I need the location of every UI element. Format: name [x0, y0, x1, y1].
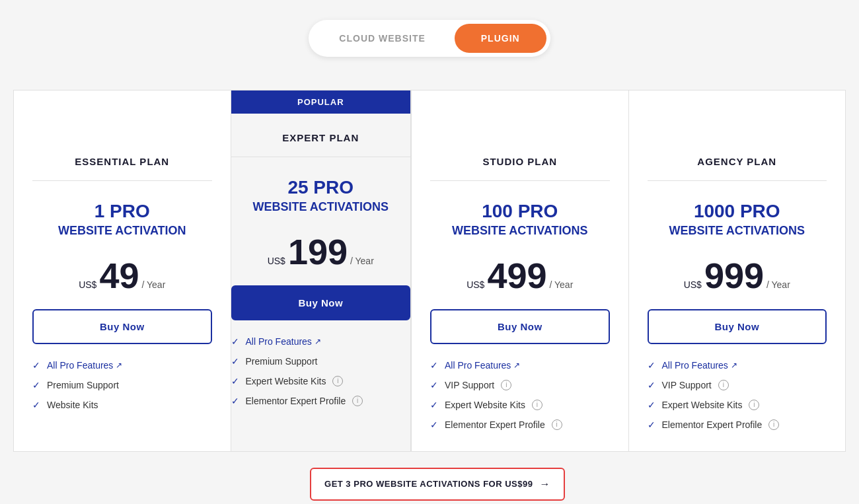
plan-name: EXPERT PLAN [231, 114, 411, 157]
currency: US$ [79, 279, 96, 290]
feature-text: VIP Support [445, 380, 494, 390]
activation-number: 100 PRO [430, 199, 610, 223]
feature-text: Elementor Expert Profile [246, 396, 346, 406]
feature-text: Elementor Expert Profile [445, 419, 545, 430]
external-link-icon: ↗ [116, 361, 122, 370]
activation-label: WEBSITE ACTIVATIONS [231, 199, 411, 215]
currency: US$ [684, 279, 702, 290]
feature-item: ✓ Premium Support [32, 380, 212, 390]
check-icon: ✓ [32, 380, 40, 390]
buy-now-button[interactable]: Buy Now [430, 309, 610, 344]
feature-item: ✓ All Pro Features ↗ [231, 336, 411, 347]
plan-type-toggle[interactable]: CLOUD WEBSITE PLUGIN [309, 20, 550, 57]
check-icon: ✓ [32, 400, 40, 410]
plan-name: AGENCY PLAN [648, 137, 827, 181]
promo-banner[interactable]: GET 3 PRO WEBSITE ACTIVATIONS FOR US$99 … [310, 468, 565, 501]
feature-item: ✓ Elementor Expert Profile i [648, 419, 827, 430]
plan-card-agency: AGENCY PLAN 1000 PRO WEBSITE ACTIVATIONS… [628, 90, 846, 452]
feature-text: Expert Website Kits [662, 400, 743, 410]
pro-features-link[interactable]: All Pro Features ↗ [246, 336, 321, 347]
feature-item: ✓ Expert Website Kits i [231, 376, 411, 386]
cloud-website-toggle-btn[interactable]: CLOUD WEBSITE [313, 24, 451, 53]
currency: US$ [467, 279, 484, 290]
info-icon[interactable]: i [532, 400, 542, 410]
feature-item: ✓ Premium Support [231, 356, 411, 367]
feature-item: ✓ All Pro Features ↗ [648, 360, 827, 371]
feature-item: ✓ Expert Website Kits i [648, 400, 827, 410]
feature-text: Premium Support [246, 356, 318, 367]
plan-card-essential: ESSENTIAL PLAN 1 PRO WEBSITE ACTIVATION … [13, 90, 231, 452]
plan-card-expert: POPULAR EXPERT PLAN 25 PRO WEBSITE ACTIV… [231, 90, 412, 452]
feature-text: Elementor Expert Profile [662, 419, 763, 430]
plan-activation: 1000 PRO WEBSITE ACTIVATIONS [648, 199, 827, 239]
external-link-icon: ↗ [315, 337, 321, 346]
feature-text: All Pro Features [662, 360, 728, 371]
feature-item: ✓ All Pro Features ↗ [32, 360, 212, 371]
check-icon: ✓ [648, 380, 655, 390]
pro-features-link[interactable]: All Pro Features ↗ [47, 360, 122, 371]
plan-name: STUDIO PLAN [430, 137, 610, 181]
plan-activation: 100 PRO WEBSITE ACTIVATIONS [430, 199, 610, 239]
buy-now-button[interactable]: Buy Now [32, 309, 212, 344]
feature-text: Website Kits [47, 400, 98, 410]
currency: US$ [268, 256, 285, 266]
check-icon: ✓ [32, 360, 40, 371]
plan-activation: 25 PRO WEBSITE ACTIVATIONS [231, 176, 411, 215]
external-link-icon: ↗ [731, 361, 737, 370]
price-row: US$ 999 / Year [648, 258, 827, 293]
feature-text: VIP Support [662, 380, 712, 390]
buy-now-button[interactable]: Buy Now [648, 309, 827, 344]
pricing-cards-container: ESSENTIAL PLAN 1 PRO WEBSITE ACTIVATION … [13, 90, 846, 452]
info-icon[interactable]: i [501, 380, 511, 390]
info-icon[interactable]: i [552, 419, 562, 430]
check-icon: ✓ [648, 419, 655, 430]
check-icon: ✓ [648, 360, 655, 371]
activation-label: WEBSITE ACTIVATIONS [430, 223, 610, 238]
plan-name: ESSENTIAL PLAN [32, 137, 212, 181]
info-icon[interactable]: i [332, 376, 343, 386]
price-amount: 199 [288, 234, 348, 270]
activation-label: WEBSITE ACTIVATION [32, 223, 212, 238]
check-icon: ✓ [430, 419, 438, 430]
features-list: ✓ All Pro Features ↗ ✓ VIP Support i ✓ E… [648, 360, 827, 430]
info-icon[interactable]: i [352, 396, 363, 406]
activation-label: WEBSITE ACTIVATIONS [648, 223, 827, 238]
price-row: US$ 199 / Year [231, 234, 411, 270]
price-row: US$ 499 / Year [430, 258, 610, 293]
features-list: ✓ All Pro Features ↗ ✓ Premium Support ✓… [231, 336, 411, 406]
price-amount: 999 [704, 258, 764, 293]
price-amount: 499 [487, 258, 546, 293]
activation-number: 1000 PRO [648, 199, 827, 223]
info-icon[interactable]: i [768, 419, 779, 430]
price-row: US$ 49 / Year [32, 258, 212, 293]
feature-text: All Pro Features [47, 360, 113, 371]
price-period: / Year [141, 279, 165, 290]
check-icon: ✓ [231, 356, 239, 367]
plan-card-studio: STUDIO PLAN 100 PRO WEBSITE ACTIVATIONS … [411, 90, 628, 452]
external-link-icon: ↗ [513, 361, 520, 370]
info-icon[interactable]: i [749, 400, 759, 410]
feature-item: ✓ Elementor Expert Profile i [430, 419, 610, 430]
check-icon: ✓ [231, 396, 239, 406]
feature-item: ✓ Elementor Expert Profile i [231, 396, 411, 406]
pro-features-link[interactable]: All Pro Features ↗ [662, 360, 737, 371]
feature-item: ✓ Website Kits [32, 400, 212, 410]
feature-text: All Pro Features [445, 360, 511, 371]
feature-item: ✓ VIP Support i [648, 380, 827, 390]
plugin-toggle-btn[interactable]: PLUGIN [455, 24, 546, 53]
check-icon: ✓ [231, 376, 239, 386]
feature-item: ✓ All Pro Features ↗ [430, 360, 610, 371]
buy-now-button[interactable]: Buy Now [231, 285, 411, 320]
features-list: ✓ All Pro Features ↗ ✓ Premium Support ✓… [32, 360, 212, 410]
price-amount: 49 [99, 258, 139, 293]
feature-item: ✓ Expert Website Kits i [430, 400, 610, 410]
feature-text: All Pro Features [246, 336, 312, 347]
feature-text: Expert Website Kits [445, 400, 525, 410]
promo-text: GET 3 PRO WEBSITE ACTIVATIONS FOR US$99 [324, 479, 533, 489]
check-icon: ✓ [231, 336, 239, 347]
info-icon[interactable]: i [718, 380, 729, 390]
pro-features-link[interactable]: All Pro Features ↗ [445, 360, 520, 371]
check-icon: ✓ [430, 400, 438, 410]
check-icon: ✓ [430, 360, 438, 371]
features-list: ✓ All Pro Features ↗ ✓ VIP Support i ✓ E… [430, 360, 610, 430]
